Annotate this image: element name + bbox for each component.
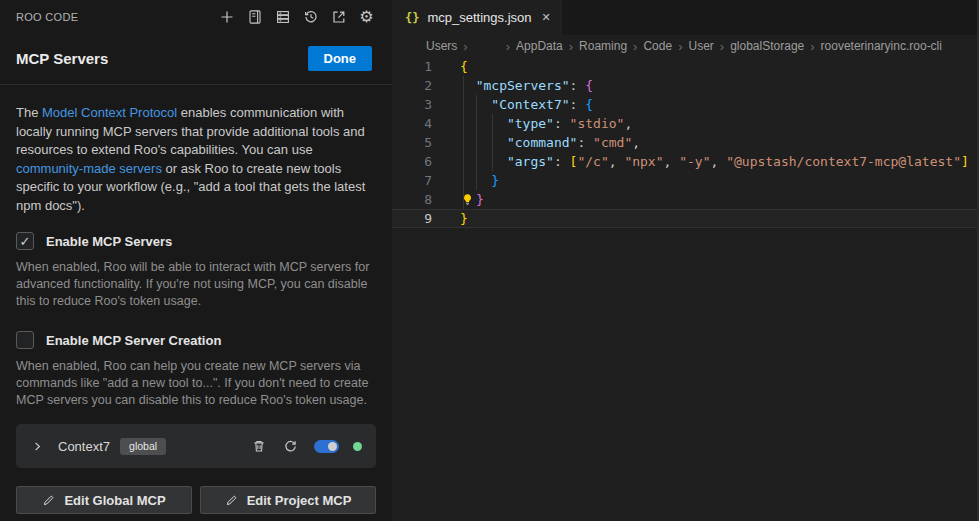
edit-global-mcp-button[interactable]: Edit Global MCP <box>16 486 192 514</box>
breadcrumb-separator: › <box>633 40 637 53</box>
breadcrumb-item[interactable]: Users <box>426 39 457 53</box>
line-number: 4 <box>392 114 460 133</box>
open-external-icon[interactable] <box>330 8 347 25</box>
breadcrumb-separator: › <box>463 40 467 53</box>
plus-icon[interactable] <box>218 8 235 25</box>
breadcrumbs: Users››AppData›Roaming›Code›User›globalS… <box>392 35 979 57</box>
link-community-made-servers[interactable]: community-made servers <box>16 161 162 176</box>
line-number: 6 <box>392 152 460 171</box>
code-line-5[interactable]: 5 "command": "cmd", <box>392 133 979 152</box>
intro-part: The <box>16 105 42 120</box>
enable-mcp-creation-checkbox[interactable] <box>16 331 34 349</box>
breadcrumb-item[interactable]: Code <box>643 39 672 53</box>
view-header: MCP Servers Done <box>0 33 392 85</box>
code-line-7[interactable]: 7 } <box>392 171 979 190</box>
breadcrumb-item[interactable]: globalStorage <box>730 39 804 53</box>
breadcrumb-item[interactable]: Roaming <box>579 39 627 53</box>
chevron-right-icon[interactable] <box>30 439 45 454</box>
breadcrumb-item[interactable]: rooveterinaryinc.roo-cli <box>821 39 942 53</box>
pencil-icon <box>42 494 55 507</box>
link-model-context-protocol[interactable]: Model Context Protocol <box>42 105 177 120</box>
code-line-2[interactable]: 2 "mcpServers": { <box>392 76 979 95</box>
restart-server-icon[interactable] <box>283 439 298 454</box>
delete-server-icon[interactable] <box>252 439 266 453</box>
enable-mcp-servers-checkbox[interactable] <box>16 232 34 250</box>
server-status-dot <box>353 442 362 451</box>
close-tab-icon[interactable]: ✕ <box>540 9 553 26</box>
enable-mcp-creation-label: Enable MCP Server Creation <box>46 333 221 348</box>
roo-code-sidebar: ROO CODE ⚙ <box>0 0 392 521</box>
enable-mcp-creation-section: Enable MCP Server Creation When enabled,… <box>16 331 376 409</box>
sidebar-toolbar: ⚙ <box>218 8 375 25</box>
enable-mcp-servers-description: When enabled, Roo will be able to intera… <box>16 259 376 310</box>
breadcrumb-separator: › <box>810 40 814 53</box>
edit-project-mcp-button[interactable]: Edit Project MCP <box>200 486 376 514</box>
page-title: MCP Servers <box>16 50 108 67</box>
enable-mcp-servers-section: Enable MCP Servers When enabled, Roo wil… <box>16 232 376 310</box>
history-icon[interactable] <box>302 8 319 25</box>
breadcrumb-separator: › <box>506 40 510 53</box>
tab-bar: {} mcp_settings.json ✕ <box>392 0 979 35</box>
line-number: 2 <box>392 76 460 95</box>
breadcrumb-separator: › <box>678 40 682 53</box>
code-line-4[interactable]: 4 "type": "stdio", <box>392 114 979 133</box>
mcp-server-icon[interactable] <box>274 8 291 25</box>
line-number: 8 <box>392 190 460 209</box>
lightbulb-icon[interactable] <box>460 193 475 206</box>
line-number: 1 <box>392 57 460 76</box>
sidebar-content: The Model Context Protocol enables commu… <box>0 85 392 521</box>
server-name: Context7 <box>58 439 110 454</box>
enable-mcp-servers-label: Enable MCP Servers <box>46 234 172 249</box>
breadcrumb-separator: › <box>720 40 724 53</box>
server-row-context7[interactable]: Context7 global <box>16 424 376 468</box>
sidebar-topbar: ROO CODE ⚙ <box>0 0 392 33</box>
line-number: 5 <box>392 133 460 152</box>
scope-badge: global <box>120 438 166 455</box>
editor-group: {} mcp_settings.json ✕ Users››AppData›Ro… <box>392 0 979 521</box>
panel-title: ROO CODE <box>16 11 78 23</box>
breadcrumb-separator: › <box>569 40 573 53</box>
app-window: ROO CODE ⚙ <box>0 0 979 521</box>
code-editor[interactable]: 1{2 "mcpServers": {3 "Context7": {4 "typ… <box>392 57 979 521</box>
enable-mcp-creation-description: When enabled, Roo can help you create ne… <box>16 358 376 409</box>
line-number: 3 <box>392 95 460 114</box>
notebook-icon[interactable] <box>246 8 263 25</box>
toggle-knob <box>328 442 337 451</box>
intro-text: The Model Context Protocol enables commu… <box>16 104 376 215</box>
json-file-icon: {} <box>405 11 419 25</box>
gear-icon[interactable]: ⚙ <box>358 8 375 25</box>
code-line-6[interactable]: 6 "args": ["/c", "npx", "-y", "@upstash/… <box>392 152 979 171</box>
breadcrumb-item[interactable]: User <box>688 39 713 53</box>
pencil-icon <box>225 494 238 507</box>
code-line-1[interactable]: 1{ <box>392 57 979 76</box>
code-lines: 1{2 "mcpServers": {3 "Context7": {4 "typ… <box>392 57 979 228</box>
tab-mcp-settings[interactable]: {} mcp_settings.json ✕ <box>392 0 562 35</box>
done-button[interactable]: Done <box>308 46 373 71</box>
line-number: 7 <box>392 171 460 190</box>
mcp-footer-buttons: Edit Global MCP Edit Project MCP <box>16 486 376 514</box>
server-enabled-toggle[interactable] <box>314 440 339 453</box>
edit-project-mcp-label: Edit Project MCP <box>247 493 352 508</box>
line-number: 9 <box>392 209 460 228</box>
edit-global-mcp-label: Edit Global MCP <box>64 493 165 508</box>
tab-filename: mcp_settings.json <box>427 10 531 25</box>
code-line-9[interactable]: 9} <box>392 209 979 228</box>
code-line-8[interactable]: 8} <box>392 190 979 209</box>
breadcrumb-item[interactable]: AppData <box>516 39 563 53</box>
code-line-3[interactable]: 3 "Context7": { <box>392 95 979 114</box>
